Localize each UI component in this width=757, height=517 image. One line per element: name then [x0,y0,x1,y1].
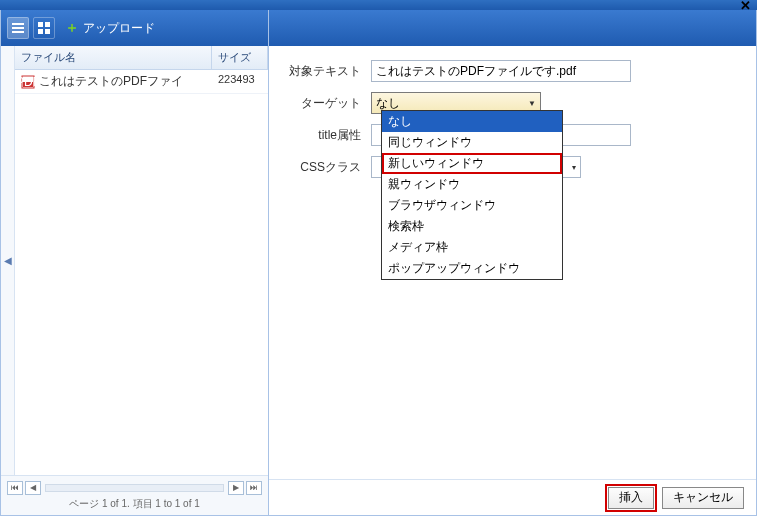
svg-rect-4 [45,22,50,27]
dialog-body: ＋ アップロード ◀ ファイル名 サイズ PDF これはテストのPDFファイ [0,10,757,516]
insert-button[interactable]: 挿入 [608,487,654,509]
dropdown-item-same-window[interactable]: 同じウィンドウ [382,132,562,153]
pager-nav: ⏮ ◀ ▶ ⏭ [7,481,262,495]
file-name-cell: これはテストのPDFファイ [39,73,183,90]
left-pane: ＋ アップロード ◀ ファイル名 サイズ PDF これはテストのPDFファイ [1,10,269,515]
dropdown-item-popup-window[interactable]: ポップアップウィンドウ [382,258,562,279]
svg-rect-3 [38,22,43,27]
footer: 挿入 キャンセル [269,479,756,515]
title-bar: ✕ [0,0,757,10]
table-row[interactable]: PDF これはテストのPDFファイ 223493 [15,70,268,94]
chevron-down-icon: ▾ [572,163,576,172]
header-size[interactable]: サイズ [212,46,268,69]
left-toolbar: ＋ アップロード [1,10,268,46]
form-area: 対象テキスト ターゲット なし ▼ title属性 CSSクラス ▾ [269,46,756,479]
pager-first-button[interactable]: ⏮ [7,481,23,495]
close-icon[interactable]: ✕ [740,0,751,13]
pager: ⏮ ◀ ▶ ⏭ ページ 1 of 1. 項目 1 to 1 of 1 [1,475,268,515]
chevron-down-icon: ▼ [528,99,536,108]
header-filename[interactable]: ファイル名 [15,46,212,69]
plus-icon: ＋ [65,19,79,37]
dropdown-item-parent-window[interactable]: 親ウィンドウ [382,174,562,195]
dropdown-item-media-frame[interactable]: メディア枠 [382,237,562,258]
grid-header: ファイル名 サイズ [15,46,268,70]
svg-rect-5 [38,29,43,34]
pager-next-button[interactable]: ▶ [228,481,244,495]
dropdown-item-none[interactable]: なし [382,111,562,132]
svg-text:PDF: PDF [21,75,35,89]
upload-label: アップロード [83,20,155,37]
label-css-class: CSSクラス [287,159,371,176]
right-pane: 対象テキスト ターゲット なし ▼ title属性 CSSクラス ▾ [269,10,756,515]
upload-button[interactable]: ＋ アップロード [59,17,161,39]
svg-rect-2 [12,31,24,33]
row-target-text: 対象テキスト [287,60,738,82]
pdf-icon: PDF [21,75,35,89]
dropdown-item-browser-window[interactable]: ブラウザウィンドウ [382,195,562,216]
collapse-toggle[interactable]: ◀ [1,46,15,475]
grid-body: PDF これはテストのPDFファイ 223493 [15,70,268,475]
dropdown-item-search-frame[interactable]: 検索枠 [382,216,562,237]
grid-wrap: ◀ ファイル名 サイズ PDF これはテストのPDFファイ 223493 [1,46,268,475]
target-combo-value: なし [376,95,400,112]
file-grid: ファイル名 サイズ PDF これはテストのPDFファイ 223493 [15,46,268,475]
svg-rect-0 [12,23,24,25]
view-grid-button[interactable] [33,17,55,39]
view-list-button[interactable] [7,17,29,39]
pager-last-button[interactable]: ⏭ [246,481,262,495]
dropdown-item-new-window[interactable]: 新しいウィンドウ [382,153,562,174]
pager-spacer [45,484,224,492]
pager-text: ページ 1 of 1. 項目 1 to 1 of 1 [69,497,200,511]
right-toolbar [269,10,756,46]
target-dropdown: なし 同じウィンドウ 新しいウィンドウ 親ウィンドウ ブラウザウィンドウ 検索枠… [381,110,563,280]
file-size-cell: 223493 [212,70,268,93]
svg-rect-6 [45,29,50,34]
pager-prev-button[interactable]: ◀ [25,481,41,495]
label-title-attr: title属性 [287,127,371,144]
cancel-button[interactable]: キャンセル [662,487,744,509]
target-text-input[interactable] [371,60,631,82]
svg-rect-1 [12,27,24,29]
label-target: ターゲット [287,95,371,112]
label-target-text: 対象テキスト [287,63,371,80]
